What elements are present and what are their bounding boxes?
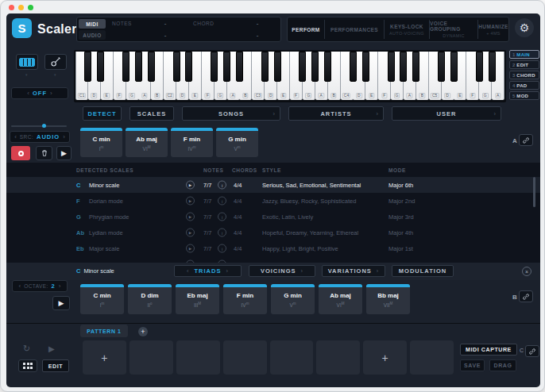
piano-key-black[interactable] — [350, 52, 357, 82]
capture-mode-selector[interactable]: ‹ OFF › — [11, 87, 68, 99]
chord-pad[interactable]: C min Im — [80, 284, 124, 314]
pattern-slot[interactable] — [316, 340, 360, 375]
info-icon[interactable]: i — [218, 229, 226, 237]
page-tab[interactable]: 5 MOD — [509, 91, 539, 100]
add-pattern-button[interactable]: + — [138, 327, 148, 336]
play-scale-icon[interactable]: ▶ — [186, 197, 195, 206]
scale-row[interactable]: G Phrygian mode ▶ 7/7 i 4/4 Exotic, Lati… — [6, 209, 540, 225]
variations-button[interactable]: VARIATIONS › — [322, 265, 385, 277]
chord-pad[interactable]: Ab maj VIM — [126, 128, 168, 157]
play-detected-button[interactable]: ▶ — [56, 146, 72, 160]
play-scale-icon[interactable]: ▶ — [186, 229, 195, 237]
octave-selector[interactable]: ‹ OCTAVE: 2 › — [12, 280, 68, 292]
page-tab[interactable]: 1 MAIN — [509, 50, 539, 59]
table-scrollbar[interactable] — [533, 177, 535, 207]
scale-row[interactable]: C Minor scale ▶ 7/7 i 4/4 Serious, Sad, … — [6, 177, 540, 193]
pattern-tab[interactable]: PATTERN 1 — [80, 325, 128, 337]
keyboard-instrument-button[interactable] — [16, 54, 38, 70]
page-tab[interactable]: 2 EDIT — [509, 60, 539, 69]
piano-key-black[interactable] — [388, 52, 395, 82]
play-scale-icon[interactable]: ▶ — [186, 213, 195, 221]
prev-arrow-icon[interactable]: ‹ — [187, 267, 190, 275]
next-arrow-icon[interactable]: › — [63, 133, 65, 140]
detect-source-selector[interactable]: ‹ SRC: AUDIO › — [10, 131, 70, 143]
play-section-b-button[interactable]: ▶ — [52, 296, 70, 310]
pattern-slot[interactable] — [410, 340, 454, 375]
piano-key-black[interactable] — [400, 52, 407, 82]
piano-key-black[interactable] — [412, 52, 419, 82]
pattern-slot[interactable] — [176, 340, 220, 375]
piano-key-black[interactable] — [362, 52, 369, 82]
section-a-bind-button[interactable] — [519, 134, 533, 146]
prev-arrow-icon[interactable]: ‹ — [14, 133, 17, 140]
tab-detect[interactable]: DETECT — [83, 106, 122, 121]
scale-row[interactable]: Ab Lydian mode ▶ 7/7 i 4/4 Hopeful, Drea… — [6, 225, 540, 240]
clear-button[interactable] — [36, 146, 52, 160]
prev-arrow-icon[interactable]: ‹ — [19, 282, 21, 290]
humanize-button[interactable]: HUMANIZE + 4MS — [478, 17, 508, 41]
guitar-instrument-button[interactable] — [44, 54, 67, 70]
chord-pad[interactable]: G min Vm — [271, 284, 315, 314]
midi-capture-button[interactable]: MIDI CAPTURE — [460, 344, 517, 355]
prev-arrow-icon[interactable]: ‹ — [27, 90, 29, 97]
piano-key-black[interactable] — [438, 52, 445, 82]
piano-key-black[interactable] — [299, 52, 306, 82]
chord-pad[interactable]: G min Vm — [216, 128, 258, 157]
piano-key-black[interactable] — [489, 52, 496, 82]
info-icon[interactable]: i — [218, 181, 226, 190]
chord-pad[interactable]: Ab maj VIM — [319, 284, 362, 314]
piano-key-black[interactable] — [135, 52, 142, 82]
scale-row[interactable]: Eb Major scale ▶ 7/7 i 4/4 Happy, Light,… — [6, 240, 540, 256]
modulation-button[interactable]: MODULATION — [392, 265, 454, 277]
piano-key-black[interactable] — [223, 52, 230, 82]
play-scale-icon[interactable]: ▶ — [186, 181, 195, 190]
piano-key-black[interactable] — [97, 52, 104, 82]
pad-view-button[interactable] — [18, 359, 37, 372]
keys-lock-button[interactable]: KEYS-LOCK AUTO-VOICING — [385, 17, 429, 41]
piano-key-black[interactable] — [236, 52, 243, 82]
next-arrow-icon[interactable]: › — [50, 90, 52, 97]
voicings-button[interactable]: VOICINGS › — [249, 265, 315, 277]
midi-source-button[interactable]: MIDI — [79, 19, 106, 29]
record-button[interactable] — [11, 146, 30, 160]
scale-row[interactable]: F Dorian mode ▶ 7/7 i 4/4 Jazzy, Bluesy,… — [6, 193, 540, 209]
save-button[interactable]: SAVE — [460, 359, 485, 371]
audio-source-button[interactable]: AUDIO — [79, 30, 106, 40]
info-icon[interactable]: i — [218, 197, 226, 206]
pattern-slot[interactable] — [270, 340, 314, 375]
next-arrow-icon[interactable]: › — [59, 282, 61, 290]
page-tab[interactable]: 4 PAD — [509, 81, 539, 90]
pattern-slot[interactable] — [129, 340, 173, 375]
piano-key-black[interactable] — [274, 52, 281, 82]
chord-pad[interactable]: Bb maj VIIM — [366, 284, 410, 314]
piano-key-black[interactable] — [84, 52, 91, 82]
triads-selector[interactable]: ‹ TRIADS › — [174, 265, 242, 277]
tab-user[interactable]: USER › — [392, 106, 501, 121]
close-icon[interactable]: × — [522, 267, 531, 276]
info-icon[interactable]: i — [218, 213, 226, 221]
drag-button[interactable]: DRAG — [489, 359, 516, 371]
section-c-bind-button[interactable] — [525, 345, 539, 357]
performances-button[interactable]: PERFORMANCES — [325, 17, 384, 41]
chord-pad[interactable]: C min Im — [80, 128, 122, 157]
piano-key-black[interactable] — [450, 52, 458, 82]
piano-key-black[interactable] — [122, 52, 129, 82]
piano-key-black[interactable] — [148, 52, 155, 82]
piano-key-black[interactable] — [185, 52, 192, 82]
chord-pad[interactable]: F min IVm — [171, 128, 213, 157]
edit-button[interactable]: EDIT — [42, 359, 69, 372]
minimize-window-button[interactable] — [18, 5, 24, 10]
perform-button[interactable]: PERFORM — [288, 17, 324, 41]
input-gain-slider[interactable] — [11, 125, 67, 127]
scale-row[interactable]: Bb Mixolydian mode ▶ 7/7 i 4/4 Major 5th — [6, 256, 540, 263]
section-b-bind-button[interactable] — [519, 290, 533, 302]
pattern-slot[interactable] — [223, 340, 267, 375]
piano-key-black[interactable] — [311, 52, 319, 82]
chord-pad[interactable]: Eb maj IIIM — [176, 284, 219, 314]
piano-key-black[interactable] — [324, 52, 331, 82]
chord-pad[interactable]: D dim IIo — [128, 284, 172, 314]
zoom-window-button[interactable] — [28, 5, 33, 10]
slider-thumb[interactable] — [42, 124, 46, 128]
piano-key-black[interactable] — [211, 52, 218, 82]
tab-scales[interactable]: SCALES — [129, 106, 174, 121]
